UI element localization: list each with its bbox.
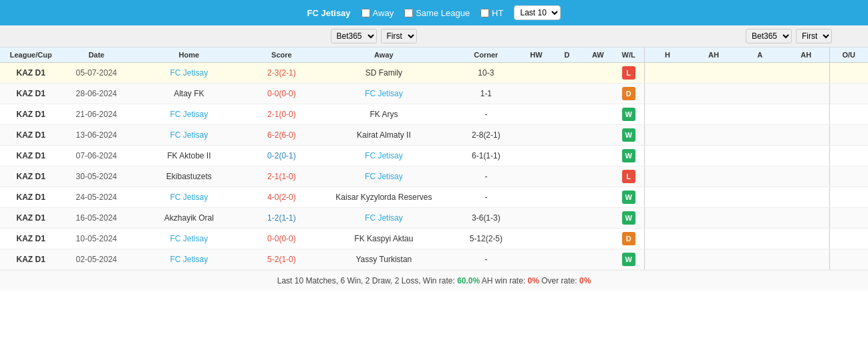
table-row: KAZ D1 16-05-2024 Akzhayik Oral 1-2(1-1)… xyxy=(0,208,868,229)
cell-h xyxy=(644,84,690,104)
cell-h xyxy=(644,63,690,84)
cell-corner: - xyxy=(451,249,521,270)
table-row: KAZ D1 28-06-2024 Altay FK 0-0(0-0) FC J… xyxy=(0,84,868,104)
cell-ah2 xyxy=(783,229,829,249)
col-date: Date xyxy=(61,47,131,63)
cell-date: 05-07-2024 xyxy=(61,63,131,84)
table-row: KAZ D1 30-05-2024 Ekibastuzets 2-1(1-0) … xyxy=(0,166,868,187)
cell-ah2 xyxy=(783,187,829,208)
cell-away: Kairat Almaty II xyxy=(316,125,451,146)
cell-hw xyxy=(521,166,551,187)
cell-d xyxy=(552,187,583,208)
cell-home: FC Jetisay xyxy=(131,249,247,270)
ht-checkbox-label[interactable]: HT xyxy=(480,8,503,18)
cell-aw xyxy=(583,187,613,208)
cell-ou xyxy=(829,125,868,146)
col-corner: Corner xyxy=(451,47,521,63)
top-bar: FC Jetisay Away Same League HT Last 10 L… xyxy=(0,0,868,25)
cell-a xyxy=(737,125,783,146)
cell-a xyxy=(737,208,783,229)
cell-date: 28-06-2024 xyxy=(61,84,131,104)
cell-hw xyxy=(521,104,551,125)
cell-league: KAZ D1 xyxy=(0,63,61,84)
cell-hw xyxy=(521,187,551,208)
same-league-label: Same League xyxy=(416,8,470,18)
cell-ou xyxy=(829,84,868,104)
cell-ah2 xyxy=(783,166,829,187)
cell-home: Altay FK xyxy=(131,84,247,104)
cell-d xyxy=(552,229,583,249)
cell-score: 2-3(2-1) xyxy=(247,63,316,84)
ht-label: HT xyxy=(492,8,503,18)
cell-away: FC Jetisay xyxy=(316,146,451,166)
col-aw: AW xyxy=(583,47,613,63)
cell-corner: 3-6(1-3) xyxy=(451,208,521,229)
cell-date: 13-06-2024 xyxy=(61,125,131,146)
ht-checkbox[interactable] xyxy=(480,9,489,17)
right-period-select[interactable]: First xyxy=(796,29,832,43)
cell-home: Akzhayik Oral xyxy=(131,208,247,229)
cell-home: FC Jetisay xyxy=(131,63,247,84)
table-row: KAZ D1 02-05-2024 FC Jetisay 5-2(1-0) Ya… xyxy=(0,249,868,270)
cell-d xyxy=(552,84,583,104)
away-checkbox-label[interactable]: Away xyxy=(361,8,394,18)
cell-score: 0-0(0-0) xyxy=(247,84,316,104)
same-league-checkbox-label[interactable]: Same League xyxy=(404,8,470,18)
cell-wl: W xyxy=(613,208,644,229)
cell-score: 5-2(1-0) xyxy=(247,249,316,270)
col-d: D xyxy=(552,47,583,63)
cell-a xyxy=(737,63,783,84)
cell-away: SD Family xyxy=(316,63,451,84)
cell-h xyxy=(644,125,690,146)
cell-wl: L xyxy=(613,63,644,84)
table-row: KAZ D1 24-05-2024 FC Jetisay 4-0(2-0) Ka… xyxy=(0,187,868,208)
cell-wl: W xyxy=(613,249,644,270)
cell-league: KAZ D1 xyxy=(0,249,61,270)
cell-league: KAZ D1 xyxy=(0,187,61,208)
cell-hw xyxy=(521,125,551,146)
cell-hw xyxy=(521,208,551,229)
cell-a xyxy=(737,249,783,270)
cell-hw xyxy=(521,229,551,249)
cell-wl: W xyxy=(613,125,644,146)
cell-aw xyxy=(583,84,613,104)
cell-home: Ekibastuzets xyxy=(131,166,247,187)
away-checkbox[interactable] xyxy=(361,9,370,17)
cell-league: KAZ D1 xyxy=(0,84,61,104)
cell-corner: 1-1 xyxy=(451,84,521,104)
cell-ou xyxy=(829,229,868,249)
cell-h xyxy=(644,249,690,270)
cell-corner: 5-12(2-5) xyxy=(451,229,521,249)
col-ah: AH xyxy=(690,47,736,63)
cell-a xyxy=(737,229,783,249)
same-league-checkbox[interactable] xyxy=(404,9,413,17)
cell-h xyxy=(644,166,690,187)
cell-d xyxy=(552,208,583,229)
cell-ah2 xyxy=(783,84,829,104)
team-name: FC Jetisay xyxy=(307,8,351,18)
cell-ou xyxy=(829,104,868,125)
table-row: KAZ D1 13-06-2024 FC Jetisay 6-2(6-0) Ka… xyxy=(0,125,868,146)
matches-table: League/Cup Date Home Score Away Corner H… xyxy=(0,47,868,270)
cell-h xyxy=(644,187,690,208)
cell-wl: W xyxy=(613,187,644,208)
right-bookmaker-select[interactable]: Bet365 xyxy=(746,29,792,43)
col-hw: HW xyxy=(521,47,551,63)
cell-ah2 xyxy=(783,104,829,125)
footer-text2: AH win rate: xyxy=(482,276,525,285)
cell-h xyxy=(644,104,690,125)
cell-date: 10-05-2024 xyxy=(61,229,131,249)
away-label: Away xyxy=(373,8,394,18)
cell-aw xyxy=(583,208,613,229)
cell-aw xyxy=(583,63,613,84)
cell-a xyxy=(737,104,783,125)
cell-league: KAZ D1 xyxy=(0,208,61,229)
controls-bar: Bet365 First Bet365 First xyxy=(0,25,868,47)
cell-a xyxy=(737,187,783,208)
left-bookmaker-select[interactable]: Bet365 xyxy=(331,29,377,43)
cell-ah xyxy=(690,208,736,229)
left-period-select[interactable]: First xyxy=(381,29,417,43)
last-n-select[interactable]: Last 10 Last 5 Last 20 xyxy=(514,5,561,20)
footer-win-rate: 60.0% xyxy=(457,276,480,285)
cell-ah xyxy=(690,146,736,166)
